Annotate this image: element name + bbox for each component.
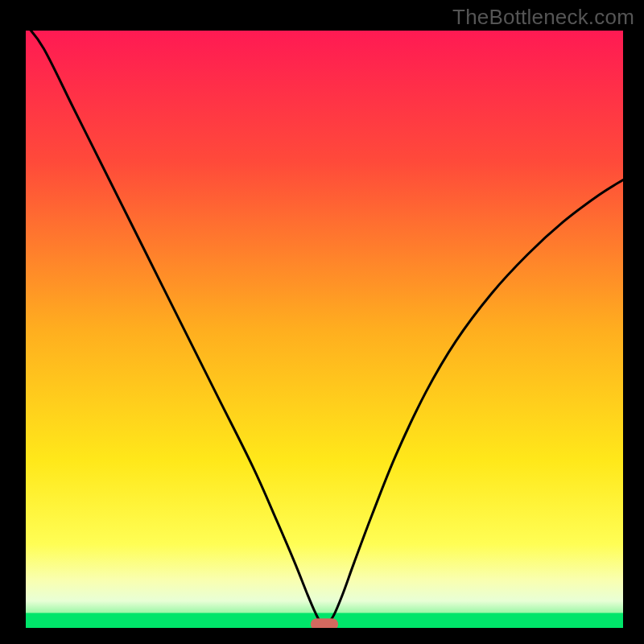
plot-area [26,31,623,628]
optimal-marker [311,618,338,628]
watermark-text: TheBottleneck.com [452,5,634,30]
gradient-background [26,31,623,628]
chart-frame: TheBottleneck.com [0,0,644,644]
plot-svg [26,31,623,628]
